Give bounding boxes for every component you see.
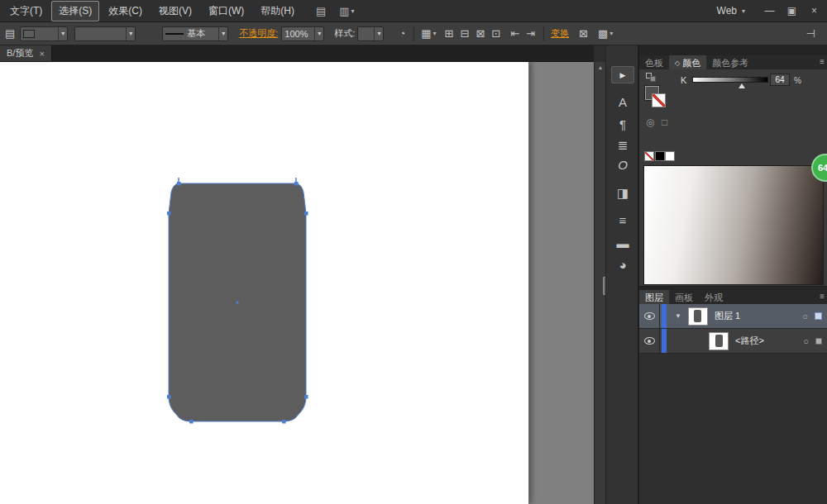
target-icon[interactable]: ○ xyxy=(803,336,809,346)
symbols-panel-icon[interactable]: ◕ xyxy=(606,258,639,272)
layer-color-band xyxy=(662,329,667,353)
workspace-switcher[interactable]: Web ▾ xyxy=(704,5,758,17)
chevron-down-icon: ▾ xyxy=(433,30,437,37)
k-value-field[interactable]: 64 xyxy=(770,74,790,86)
menu-window[interactable]: 窗口(W) xyxy=(201,1,251,21)
white-swatch[interactable] xyxy=(665,151,675,161)
stroke-color-well[interactable] xyxy=(652,93,666,107)
align-center-icon[interactable]: ⊟ xyxy=(459,27,471,40)
document-title: B/预览 xyxy=(7,47,33,59)
opentype-panel-icon[interactable]: O xyxy=(606,158,639,172)
close-button[interactable]: × xyxy=(803,0,825,21)
layer-name[interactable]: 图层 1 xyxy=(715,310,740,322)
menu-type[interactable]: 文字(T) xyxy=(2,1,50,21)
color-tab-label: 颜色 xyxy=(682,57,700,69)
restore-button[interactable]: ▣ xyxy=(781,0,803,21)
chevron-down-icon: ▾ xyxy=(218,27,225,40)
tab-layers[interactable]: 图层 xyxy=(639,290,669,304)
divider xyxy=(414,26,414,41)
selection-indicator[interactable] xyxy=(815,338,822,345)
k-channel-label: K xyxy=(681,75,686,85)
disclosure-triangle-icon[interactable]: ▼ xyxy=(675,312,681,320)
fill-color-dropdown[interactable]: ▾ xyxy=(20,26,68,41)
style-dropdown[interactable]: ▾ xyxy=(357,26,384,41)
stroke-proxy-mini-icon[interactable] xyxy=(650,76,656,82)
expand-panels-button[interactable]: ▶ xyxy=(611,66,634,83)
none-swatch[interactable] xyxy=(644,151,654,161)
panel-menu-icon[interactable]: ≡ xyxy=(820,292,824,301)
panel-dock-strip: ▶ A ¶ ≣ O ◨ ≡ ▬ ◕ xyxy=(605,45,638,504)
stroke-color-dropdown[interactable]: ▾ xyxy=(74,26,136,41)
path-thumbnail[interactable] xyxy=(709,332,729,350)
minimize-button[interactable]: — xyxy=(758,0,781,21)
align-top-icon[interactable]: ⊡ xyxy=(490,27,502,40)
tab-color[interactable]: ◇ 颜色 xyxy=(669,55,706,69)
color-tab-icon: ◇ xyxy=(675,59,680,67)
tab-swatches[interactable]: 色板 xyxy=(639,55,669,69)
web-safe-icon[interactable]: □ xyxy=(662,116,667,128)
canvas-viewport[interactable] xyxy=(0,62,594,504)
stroke-preview xyxy=(165,33,184,35)
panel-menu-icon[interactable]: ≡ xyxy=(820,57,824,66)
k-channel-slider[interactable] xyxy=(692,77,768,83)
select-similar-icon[interactable]: ▩ xyxy=(596,27,609,40)
thumbnail-shape xyxy=(715,335,723,347)
scroll-up-icon[interactable]: ▲ xyxy=(595,64,606,70)
layer-color-band xyxy=(662,304,667,328)
stroke-panel-icon[interactable]: ≡ xyxy=(606,213,639,227)
color-panel: K 64 % ◎ □ xyxy=(639,69,827,287)
recolor-artwork-icon[interactable]: ◔ xyxy=(397,27,407,40)
panel-drag-strip[interactable] xyxy=(639,45,827,55)
paragraph-panel-icon[interactable]: ¶ xyxy=(606,117,639,131)
tab-color-guide[interactable]: 颜色参考 xyxy=(706,55,754,69)
appearance-panel-icon[interactable]: ◨ xyxy=(606,186,639,201)
thumbnail-shape xyxy=(694,310,701,322)
center-point xyxy=(237,302,239,304)
align-middle-icon[interactable]: ⇤ xyxy=(509,27,521,40)
document-tab[interactable]: B/预览 × xyxy=(0,45,52,61)
target-icon[interactable]: ○ xyxy=(802,311,808,321)
selected-can-shape[interactable] xyxy=(0,62,594,504)
gradient-panel-icon[interactable]: ▬ xyxy=(606,236,639,250)
menu-select[interactable]: 选择(S) xyxy=(51,1,99,21)
fill-swatch xyxy=(23,30,35,38)
menu-bar: 文字(T) 选择(S) 效果(C) 视图(V) 窗口(W) 帮助(H) ▤ ▥ … xyxy=(0,0,827,22)
chevron-down-icon: ▾ xyxy=(126,27,132,40)
menu-help[interactable]: 帮助(H) xyxy=(253,1,302,21)
collapse-control-bar-icon[interactable]: ⊣ xyxy=(805,27,817,40)
arrange-documents-icon[interactable]: ▤ xyxy=(316,5,326,17)
character-panel-icon[interactable]: A xyxy=(606,95,639,109)
tab-close-icon[interactable]: × xyxy=(39,49,44,59)
transform-link[interactable]: 变换 xyxy=(551,27,569,40)
align-right-icon[interactable]: ⊠ xyxy=(474,27,486,40)
align-left-icon[interactable]: ⊞ xyxy=(443,27,456,40)
control-bar: ▤ ▾ ▾ 基本 ▾ 不透明度: 100% ▾ 样式: ▾ ◔ ▦ ▾ ⊞ ⊟ … xyxy=(0,22,827,45)
layer-row-path[interactable]: <路径> ○ xyxy=(639,329,827,354)
layer-row-layer1[interactable]: ▼ 图层 1 ○ xyxy=(639,304,827,329)
slider-handle-icon[interactable] xyxy=(739,83,745,88)
tab-artboards[interactable]: 画板 xyxy=(669,290,699,304)
tab-appearance[interactable]: 外观 xyxy=(699,290,729,304)
visibility-toggle[interactable] xyxy=(639,304,660,328)
layer-thumbnail[interactable] xyxy=(688,307,708,326)
visibility-toggle[interactable] xyxy=(639,329,660,353)
screen-mode-icon[interactable]: ▥ ▾ xyxy=(339,5,354,17)
out-of-gamut-icon[interactable]: ◎ xyxy=(646,116,654,128)
menu-view[interactable]: 视图(V) xyxy=(151,1,199,21)
align-bottom-icon[interactable]: ⇥ xyxy=(524,27,537,40)
percent-label: % xyxy=(794,76,801,85)
color-spectrum-ramp[interactable] xyxy=(643,165,824,285)
selection-indicator[interactable] xyxy=(815,312,822,320)
color-panel-tabs: 色板 ◇ 颜色 颜色参考 ≡ xyxy=(639,55,827,69)
opacity-dropdown[interactable]: 100% ▾ xyxy=(281,26,324,41)
workspace-label: Web xyxy=(717,5,737,17)
black-swatch[interactable] xyxy=(655,151,665,161)
opacity-link[interactable]: 不透明度: xyxy=(239,27,278,40)
path-name[interactable]: <路径> xyxy=(735,335,764,347)
brush-definition-dropdown[interactable]: 基本 ▾ xyxy=(162,26,228,41)
isolate-icon[interactable]: ⊠ xyxy=(577,27,590,40)
menu-effect[interactable]: 效果(C) xyxy=(101,1,150,21)
document-setup-icon[interactable]: ▦ xyxy=(419,27,433,40)
tabs-panel-icon[interactable]: ≣ xyxy=(606,138,639,153)
vertical-scrollbar[interactable]: ▲ xyxy=(594,62,605,504)
